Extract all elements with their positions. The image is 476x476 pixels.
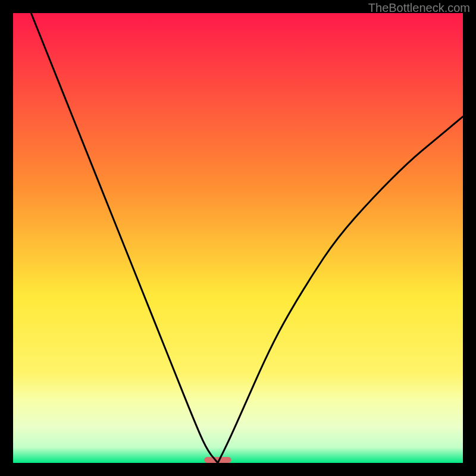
chart-background <box>13 13 463 463</box>
chart-plot <box>13 13 463 463</box>
chart-frame: TheBottleneck.com <box>0 0 476 476</box>
watermark-text: TheBottleneck.com <box>368 1 470 15</box>
